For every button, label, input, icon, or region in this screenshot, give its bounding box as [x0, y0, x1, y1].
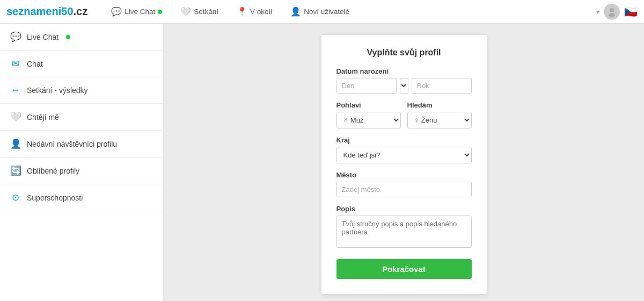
dob-label: Datum narození: [336, 67, 472, 75]
livechat-icon: 💬: [10, 31, 21, 42]
nav-livechat[interactable]: 💬 Live Chat: [104, 3, 170, 20]
nav-novi[interactable]: 👤 Noví uživatelé: [283, 3, 357, 20]
main-content: Vyplňte svůj profil Datum narození Měsíc…: [164, 24, 644, 301]
nav-setkani-label: Setkání: [194, 8, 218, 16]
avatar[interactable]: [604, 4, 620, 20]
kraj-label: Kraj: [336, 136, 472, 144]
sidebar-item-setkani[interactable]: ↔ Setkání - výsledky: [0, 77, 163, 104]
gender-group: Pohlaví ♂ Muž ♀ Žena: [336, 101, 401, 128]
sidebar-online-dot: [66, 35, 70, 39]
sidebar-item-visitors[interactable]: 👤 Nedávní návštěvníci profilu: [0, 131, 163, 157]
dob-year-input[interactable]: [412, 78, 472, 94]
sidebar-item-livechat[interactable]: 💬 Live Chat: [0, 24, 163, 51]
kraj-select[interactable]: Kde teď jsi? Praha Středočeský kraj Jiho…: [336, 147, 472, 163]
kraj-group: Kraj Kde teď jsi? Praha Středočeský kraj…: [336, 136, 472, 163]
sidebar-visitors-label: Nedávní návštěvníci profilu: [27, 140, 117, 148]
sidebar: 💬 Live Chat ✉ Chat ↔ Setkání - výsledky …: [0, 24, 164, 301]
sidebar-item-chtejime[interactable]: 🤍 Chtějí mě: [0, 104, 163, 131]
gender-looking-row: Pohlaví ♂ Muž ♀ Žena Hledám ♀ Ženu ♂ Muž…: [336, 101, 472, 136]
main-nav: 💬 Live Chat 🤍 Setkání 📍 V okolí 👤 Noví u…: [104, 3, 596, 20]
sidebar-chat-label: Chat: [27, 60, 43, 68]
setkani-icon: ↔: [10, 85, 21, 96]
nav-novi-label: Noví uživatelé: [304, 8, 349, 16]
user-icon: 👤: [290, 6, 301, 17]
visitors-icon: 👤: [10, 138, 21, 149]
mesto-group: Město: [336, 171, 472, 197]
looking-label: Hledám: [407, 101, 472, 109]
online-indicator: [158, 10, 162, 14]
mesto-input[interactable]: [336, 182, 472, 197]
logo-text1: seznameni: [6, 5, 61, 17]
svg-point-0: [610, 8, 614, 12]
logo-text2: 50: [61, 5, 73, 17]
flag-icon[interactable]: 🇨🇿: [624, 5, 638, 18]
dob-group: Datum narození Měsíc LedenÚnorBřezen Dub…: [336, 67, 472, 94]
sidebar-item-oblibene[interactable]: 🔄 Oblíbené profily: [0, 157, 163, 184]
nav-setkani[interactable]: 🤍 Setkání: [173, 3, 226, 20]
nav-vokolí[interactable]: 📍 V okolí: [229, 3, 280, 20]
location-icon: 📍: [237, 6, 247, 17]
date-row: Měsíc LedenÚnorBřezen DubenKvětenČerven …: [336, 78, 472, 94]
gender-select[interactable]: ♂ Muž ♀ Žena: [336, 112, 401, 128]
continue-button[interactable]: Pokračovat: [336, 259, 472, 279]
gender-label: Pohlaví: [336, 101, 401, 109]
nav-vokoli-label: V okolí: [250, 8, 272, 16]
chat-envelope-icon: ✉: [10, 58, 21, 69]
header-right: ▾ 🇨🇿: [596, 4, 638, 20]
popis-group: Popis: [336, 205, 472, 249]
popis-textarea[interactable]: [336, 216, 472, 248]
main-layout: 💬 Live Chat ✉ Chat ↔ Setkání - výsledky …: [0, 24, 644, 301]
mesto-label: Město: [336, 171, 472, 179]
chat-icon: 💬: [111, 6, 122, 17]
sidebar-oblibene-label: Oblíbené profily: [27, 167, 79, 175]
oblibene-icon: 🔄: [10, 165, 21, 176]
dropdown-arrow-icon[interactable]: ▾: [596, 8, 599, 16]
popis-label: Popis: [336, 205, 472, 213]
dob-day-input[interactable]: [336, 78, 397, 94]
logo-text3: .cz: [74, 5, 88, 17]
dob-month-select[interactable]: Měsíc LedenÚnorBřezen DubenKvětenČerven …: [400, 78, 408, 94]
sidebar-super-label: Superschopnosti: [27, 194, 83, 202]
sidebar-item-chat[interactable]: ✉ Chat: [0, 51, 163, 77]
heart-icon: 🤍: [180, 6, 191, 17]
logo[interactable]: seznameni50.cz: [6, 5, 87, 18]
looking-group: Hledám ♀ Ženu ♂ Muže: [407, 101, 472, 128]
nav-livechat-label: Live Chat: [125, 8, 155, 16]
form-title: Vyplňte svůj profil: [336, 48, 472, 58]
header: seznameni50.cz 💬 Live Chat 🤍 Setkání 📍 V…: [0, 0, 644, 24]
svg-point-1: [609, 13, 615, 17]
sidebar-livechat-label: Live Chat: [27, 33, 58, 41]
sidebar-chtejime-label: Chtějí mě: [27, 113, 59, 121]
looking-select[interactable]: ♀ Ženu ♂ Muže: [407, 112, 472, 128]
sidebar-item-superschopnosti[interactable]: ⊙ Superschopnosti: [0, 184, 163, 211]
super-icon: ⊙: [10, 192, 21, 203]
sidebar-setkani-label: Setkání - výsledky: [27, 86, 88, 95]
profile-form-card: Vyplňte svůj profil Datum narození Měsíc…: [321, 34, 487, 295]
chtejime-icon: 🤍: [10, 111, 21, 123]
